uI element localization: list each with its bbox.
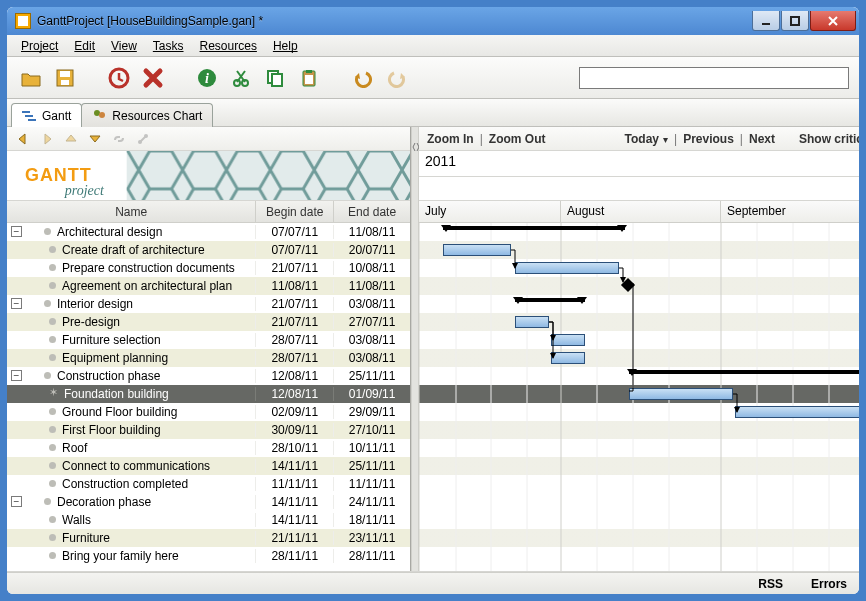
task-end: 10/11/11	[334, 441, 410, 455]
collapse-toggle[interactable]: −	[11, 298, 22, 309]
table-row[interactable]: −Decoration phase14/11/1124/11/11	[7, 493, 410, 511]
month-august: August	[561, 201, 721, 222]
task-marker-icon: ✶	[49, 386, 58, 399]
minimize-button[interactable]	[752, 11, 780, 31]
task-marker-icon	[49, 408, 56, 415]
table-row[interactable]: Equipment planning28/07/1103/08/11	[7, 349, 410, 367]
paste-button[interactable]	[295, 64, 323, 92]
milestone-marker[interactable]	[621, 278, 635, 292]
table-row[interactable]: Furniture21/11/1123/11/11	[7, 529, 410, 547]
table-row[interactable]: Pre-design21/07/1127/07/11	[7, 313, 410, 331]
show-critical-button[interactable]: Show critic	[799, 132, 859, 146]
left-nav-toolbar	[7, 127, 410, 151]
collapse-toggle[interactable]: −	[11, 226, 22, 237]
collapse-toggle[interactable]: −	[11, 496, 22, 507]
delete-task-button[interactable]	[139, 64, 167, 92]
nav-forward-button[interactable]	[37, 129, 57, 149]
task-bar[interactable]	[551, 334, 585, 346]
previous-button[interactable]: Previous	[683, 132, 734, 146]
task-name-label: Furniture selection	[62, 333, 161, 347]
task-bar[interactable]	[515, 262, 619, 274]
menu-resources[interactable]: Resources	[192, 36, 265, 56]
task-begin: 12/08/11	[256, 369, 334, 383]
undo-button[interactable]	[349, 64, 377, 92]
task-bar[interactable]	[735, 406, 859, 418]
menu-tasks[interactable]: Tasks	[145, 36, 192, 56]
table-row[interactable]: Ground Floor building02/09/1129/09/11	[7, 403, 410, 421]
tab-resources[interactable]: Resources Chart	[81, 103, 213, 127]
table-row[interactable]: −Architectural design07/07/1111/08/11	[7, 223, 410, 241]
close-button[interactable]	[810, 11, 856, 31]
table-row[interactable]: Roof28/10/1110/11/11	[7, 439, 410, 457]
zoom-out-button[interactable]: Zoom Out	[489, 132, 546, 146]
table-row[interactable]: Agreement on architectural plan11/08/111…	[7, 277, 410, 295]
redo-button[interactable]	[383, 64, 411, 92]
column-end[interactable]: End date	[334, 201, 410, 222]
task-bar[interactable]	[515, 316, 549, 328]
task-begin: 28/11/11	[256, 549, 334, 563]
svg-point-21	[144, 134, 148, 138]
task-marker-icon	[44, 498, 51, 505]
view-tabs: Gantt Resources Chart	[7, 99, 859, 127]
info-button[interactable]: i	[193, 64, 221, 92]
svg-rect-25	[127, 151, 410, 201]
tab-resources-label: Resources Chart	[112, 109, 202, 123]
pane-splitter[interactable]	[411, 127, 419, 571]
table-row[interactable]: −Interior design21/07/1103/08/11	[7, 295, 410, 313]
menu-project[interactable]: Project	[13, 36, 66, 56]
search-input[interactable]	[579, 67, 849, 89]
month-july: July	[419, 201, 561, 222]
nav-down-button[interactable]	[85, 129, 105, 149]
gantt-chart-body[interactable]	[419, 223, 859, 571]
task-name-label: Ground Floor building	[62, 405, 177, 419]
nav-back-button[interactable]	[13, 129, 33, 149]
unlink-button[interactable]	[109, 129, 129, 149]
nav-up-button[interactable]	[61, 129, 81, 149]
task-marker-icon	[49, 264, 56, 271]
task-bar[interactable]	[629, 388, 733, 400]
task-end: 03/08/11	[334, 333, 410, 347]
collapse-toggle[interactable]: −	[11, 370, 22, 381]
table-row[interactable]: Bring your family here28/11/1128/11/11	[7, 547, 410, 565]
table-row[interactable]: Furniture selection28/07/1103/08/11	[7, 331, 410, 349]
table-row[interactable]: Prepare construction documents21/07/1110…	[7, 259, 410, 277]
task-end: 25/11/11	[334, 369, 410, 383]
open-button[interactable]	[17, 64, 45, 92]
task-bar[interactable]	[443, 244, 511, 256]
task-marker-icon	[49, 462, 56, 469]
menu-help[interactable]: Help	[265, 36, 306, 56]
status-errors[interactable]: Errors	[811, 577, 847, 591]
save-button[interactable]	[51, 64, 79, 92]
menu-edit[interactable]: Edit	[66, 36, 103, 56]
table-row[interactable]: First Floor building30/09/1127/10/11	[7, 421, 410, 439]
status-rss[interactable]: RSS	[758, 577, 783, 591]
task-begin: 21/07/11	[256, 261, 334, 275]
task-marker-icon	[49, 444, 56, 451]
table-row[interactable]: Walls14/11/1118/11/11	[7, 511, 410, 529]
column-name[interactable]: Name	[7, 201, 256, 222]
task-bar[interactable]	[551, 352, 585, 364]
next-button[interactable]: Next	[749, 132, 775, 146]
add-task-button[interactable]	[105, 64, 133, 92]
zoom-in-button[interactable]: Zoom In	[427, 132, 474, 146]
search-box	[579, 67, 849, 89]
task-marker-icon	[49, 282, 56, 289]
today-button[interactable]: Today	[625, 132, 668, 146]
tab-gantt-label: Gantt	[42, 109, 71, 123]
copy-button[interactable]	[261, 64, 289, 92]
menu-view[interactable]: View	[103, 36, 145, 56]
menu-bar: Project Edit View Tasks Resources Help	[7, 35, 859, 57]
table-row[interactable]: Connect to communications14/11/1125/11/1…	[7, 457, 410, 475]
cut-button[interactable]	[227, 64, 255, 92]
table-row[interactable]: ✶Foundation building12/08/1101/09/11	[7, 385, 410, 403]
table-row[interactable]: Construction completed11/11/1111/11/11	[7, 475, 410, 493]
table-row[interactable]: −Construction phase12/08/1125/11/11	[7, 367, 410, 385]
column-begin[interactable]: Begin date	[256, 201, 334, 222]
link-button[interactable]	[133, 129, 153, 149]
table-row[interactable]: Create draft of architecture07/07/1120/0…	[7, 241, 410, 259]
task-marker-icon	[44, 228, 51, 235]
task-marker-icon	[44, 372, 51, 379]
tab-gantt[interactable]: Gantt	[11, 103, 82, 127]
task-begin: 21/07/11	[256, 297, 334, 311]
maximize-button[interactable]	[781, 11, 809, 31]
